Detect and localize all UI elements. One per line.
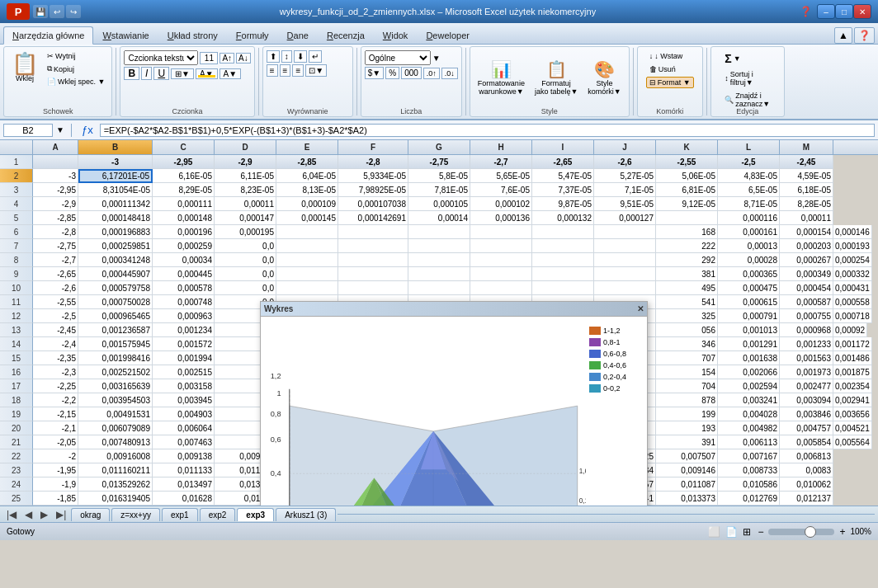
cell[interactable]: 5,9334E-05 [338,169,408,183]
cell[interactable]: 495 [656,281,718,295]
cell[interactable]: 0,006079089 [78,421,153,435]
cell[interactable]: 0,000147 [215,211,276,225]
col-header-b[interactable]: B [78,140,153,154]
row-number[interactable]: 23 [0,463,33,477]
cell[interactable]: 381 [656,267,718,281]
copy-button[interactable]: ⧉Kopiuj [44,63,108,75]
col-header-h[interactable]: H [470,140,532,154]
col-header-l[interactable]: L [718,140,780,154]
cell[interactable]: 222 [656,239,718,253]
format-as-table-button[interactable]: 📋 Formatujjako tabelę▼ [531,57,582,98]
font-color-button[interactable]: A▼ [220,68,242,79]
row-number[interactable]: 24 [0,477,33,492]
cell[interactable]: 0,000102 [470,197,532,211]
quick-undo-icon[interactable]: ↩ [50,5,64,18]
cell[interactable]: -1,95 [33,463,78,477]
cell[interactable] [408,239,470,253]
cell[interactable]: 0,0083 [780,463,833,477]
cell[interactable]: -2,95 [33,183,78,197]
cell[interactable]: -2,7 [33,253,78,267]
cell[interactable]: -2,75 [408,155,470,169]
cell[interactable]: 0,000963 [153,309,215,323]
cell[interactable]: -2,6 [594,155,656,169]
cell[interactable]: 0,013497 [153,477,215,492]
sum-btn[interactable]: Σ ▼ [721,50,743,67]
paste-button[interactable]: 📋 Wklej [7,50,42,85]
cell[interactable]: 541 [656,295,718,309]
cell[interactable]: 0,007480913 [78,435,153,449]
cut-button[interactable]: ✂Wytnij [44,50,108,62]
cell[interactable]: 0,016319405 [78,492,153,506]
cell[interactable]: -3 [78,155,153,169]
row-number[interactable]: 13 [0,323,33,337]
merge-cells-btn[interactable]: ⊡▼ [305,64,327,77]
cell[interactable]: 0,000195 [215,225,276,239]
cell[interactable]: 0,001563 [780,351,833,365]
cell[interactable]: 0,002521502 [78,365,153,379]
cell[interactable] [532,253,594,267]
cell[interactable]: 0,000254 [833,253,872,267]
cell[interactable]: 0,003241 [718,393,780,407]
row-number[interactable]: 17 [0,379,33,393]
cell[interactable]: 0,01628 [153,492,215,506]
row-number[interactable]: 25 [0,492,33,506]
cell[interactable]: 0,000454 [780,281,833,295]
cell[interactable]: 0,001994 [153,351,215,365]
cell[interactable]: -2,85 [33,211,78,225]
cell[interactable]: 0,004757 [780,421,833,435]
cell[interactable]: 0,00034 [153,253,215,267]
cell[interactable]: 8,23E-05 [215,183,276,197]
cell[interactable]: -2,45 [33,323,78,337]
cell[interactable]: 0,000750028 [78,295,153,309]
cell[interactable]: -2,5 [718,155,780,169]
cell[interactable]: 0,001638 [718,351,780,365]
cell[interactable]: 0,006064 [153,421,215,435]
cell[interactable] [470,239,532,253]
cell[interactable]: 0,000132 [532,211,594,225]
cell[interactable]: 0,000148 [153,211,215,225]
cell[interactable]: -2,5 [33,309,78,323]
cell[interactable]: 0,011087 [656,477,718,492]
tab-wstawianie[interactable]: Wstawianie [93,26,158,44]
row-number[interactable]: 15 [0,351,33,365]
cell[interactable] [276,239,338,253]
quick-redo-icon[interactable]: ↪ [66,5,81,18]
cell[interactable]: 0,0 [215,239,276,253]
cell[interactable]: 0,011160211 [78,463,153,477]
tab-nav-prev[interactable]: ◀ [21,509,35,520]
cell[interactable]: -2,05 [33,435,78,449]
cell[interactable]: 0,001575945 [78,337,153,351]
align-right-btn[interactable]: ≡ [292,64,304,77]
tab-formuly[interactable]: Formuły [227,26,278,44]
cell[interactable]: 0,000341248 [78,253,153,267]
sort-filter-btn[interactable]: ↕ Sortuj ifiltruj▼ [721,68,757,88]
cell[interactable]: 0,004903 [153,407,215,421]
cell[interactable]: 0,000161 [718,225,780,239]
cell[interactable]: 0,0 [215,253,276,267]
cell[interactable]: 5,65E-05 [470,169,532,183]
cell[interactable]: 346 [656,337,718,351]
cell[interactable]: 0,00011 [215,197,276,211]
delete-btn[interactable]: 🗑 Usuń [646,64,679,75]
cell[interactable]: 0,00491531 [78,407,153,421]
quick-save-icon[interactable]: 💾 [33,5,48,18]
cell[interactable]: 0,006813 [780,449,833,463]
cell[interactable]: -2,6 [33,281,78,295]
cell[interactable]: 0,013529262 [78,477,153,492]
cell[interactable]: 0,001486 [833,351,872,365]
cell[interactable]: 0,000107038 [338,197,408,211]
cell[interactable] [470,267,532,281]
cell[interactable] [532,267,594,281]
cell[interactable]: 0,000154 [780,225,833,239]
cell[interactable]: 0,003846 [780,407,833,421]
cell[interactable]: 0,001013 [718,323,780,337]
cell[interactable]: 0,000196 [153,225,215,239]
cell[interactable] [532,239,594,253]
cell[interactable]: 0,006113 [718,435,780,449]
col-header-j[interactable]: J [594,140,656,154]
cell[interactable]: 5,8E-05 [408,169,470,183]
cell[interactable]: 0,000791 [718,309,780,323]
cell[interactable]: -2 [33,449,78,463]
chart-overlay[interactable]: Wykres ✕ [260,301,648,506]
cell[interactable] [338,281,408,295]
